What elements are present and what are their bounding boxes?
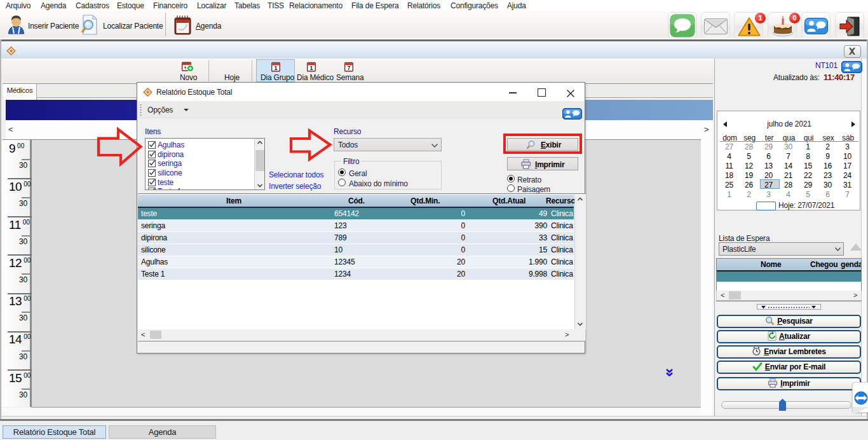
svg-text:1: 1 [275,65,278,71]
svg-text:1: 1 [310,65,313,71]
svg-text:7: 7 [348,65,351,71]
